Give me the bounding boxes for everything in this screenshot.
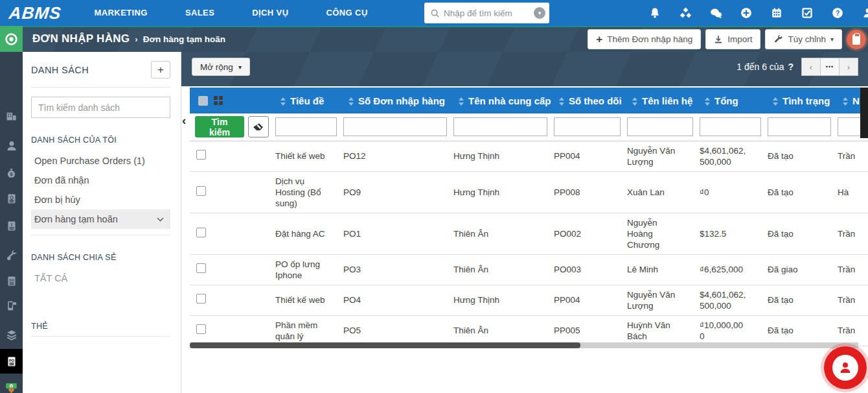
column-header-so-don-nhap-hang[interactable]: Số Đơn nhập hàng (343, 88, 453, 113)
column-header-tong[interactable]: Tổng (700, 88, 768, 113)
sort-icon (348, 97, 354, 106)
svg-text:PO: PO (8, 358, 14, 362)
sidebar-item-don-hang-tam-hoan[interactable]: Đơn hàng tạm hoãn (31, 209, 170, 229)
global-search-input[interactable] (444, 8, 534, 18)
table-row[interactable]: Dịch vụ Hosting (Bổ sung) PO9 Hưng Thịnh… (190, 171, 868, 213)
filter-row: Tìm kiếm (190, 113, 868, 141)
row-checkbox[interactable] (196, 294, 206, 304)
filter-input-ten-nha-cung-cap[interactable] (453, 117, 547, 136)
menu-dich-vu[interactable]: DỊCH VỤ (233, 0, 307, 26)
clipboard-icon (852, 34, 860, 45)
next-page-button[interactable]: › (839, 58, 858, 76)
sort-icon (843, 97, 848, 106)
contacts-icon[interactable] (0, 140, 23, 152)
menu-sales[interactable]: SALES (166, 0, 233, 26)
row-checkbox[interactable] (196, 150, 206, 160)
vertical-scrollbar[interactable] (860, 88, 868, 138)
filter-input-ten-lien-he[interactable] (627, 117, 693, 136)
profile-icon[interactable] (862, 6, 868, 19)
modules-icon[interactable] (679, 6, 692, 19)
invoices-icon[interactable]: I (0, 220, 23, 232)
purchase-orders-icon[interactable]: PO (0, 349, 23, 374)
sort-icon (773, 97, 778, 106)
prev-page-button[interactable]: ‹ (801, 58, 821, 76)
header-actions: + Thêm Đơn nhập hàng Import Tùy chỉnh ▾ (588, 29, 842, 49)
menu-marketing[interactable]: MARKETING (76, 0, 166, 26)
column-header-tieu-de[interactable]: Tiêu đề (275, 88, 343, 113)
chat-icon[interactable] (709, 6, 722, 19)
tasks-icon[interactable] (801, 6, 814, 19)
row-checkbox[interactable] (196, 263, 206, 273)
list-search-input[interactable] (31, 97, 170, 118)
table-row[interactable]: Đặt hàng AC PO1 Thiên Ân PO002 Nguyễn Ho… (190, 213, 868, 254)
sidebar-item-don-da-nhan[interactable]: Đơn đã nhận (31, 171, 170, 190)
horizontal-scrollbar[interactable] (190, 342, 858, 348)
row-checkbox[interactable] (196, 186, 206, 196)
filter-input-tieu-de[interactable] (275, 117, 337, 136)
import-button[interactable]: Import (705, 29, 760, 49)
pagination-total[interactable]: ? (788, 62, 794, 72)
module-target-icon[interactable] (0, 26, 23, 52)
list-sidebar: DANH SÁCH + DANH SÁCH CỦA TÔI Open Purch… (23, 52, 181, 393)
quotes-icon[interactable]: Q (0, 193, 23, 204)
sidebar-title: DANH SÁCH (31, 65, 89, 75)
chevron-down-icon: ▾ (830, 36, 834, 43)
expand-button[interactable]: Mở rộng ▾ (192, 58, 250, 76)
grid-view-icon[interactable] (214, 96, 223, 105)
filter-input-tinh-trang[interactable] (768, 117, 831, 136)
filter-input-tong[interactable] (700, 117, 761, 136)
sales-orders-icon[interactable]: SO (0, 276, 23, 287)
help-icon[interactable]: ? (831, 6, 844, 19)
calendar-icon[interactable] (770, 6, 783, 19)
page-title: ĐƠN NHẬP HÀNG (32, 32, 130, 45)
column-header-ten-nha-cung-cap[interactable]: Tên nhà cung cấp (453, 88, 554, 113)
support-contact-button[interactable] (824, 346, 867, 389)
quick-add-icon[interactable] (740, 6, 753, 19)
clear-filters-button[interactable] (248, 116, 269, 137)
sidebar-item-don-bi-huy[interactable]: Đơn bị hủy (31, 190, 170, 209)
products-icon[interactable] (0, 329, 23, 341)
top-nav: ABMS MARKETING SALES DỊCH VỤ CÔNG CỤ ▾ ? (0, 0, 868, 26)
add-list-button[interactable]: + (151, 61, 170, 78)
support-contact-inner (832, 355, 858, 381)
menu-cong-cu[interactable]: CÔNG CỤ (307, 0, 386, 26)
deals-icon[interactable]: $ (0, 168, 23, 179)
page-more-button[interactable]: ••• (820, 58, 839, 76)
breadcrumb-separator: › (135, 34, 137, 44)
row-checkbox[interactable] (196, 324, 206, 334)
sidebar-item-open-purchase-orders[interactable]: Open Purchase Orders (1) (31, 151, 170, 171)
onboarding-widget-button[interactable] (847, 30, 866, 49)
select-all-checkbox[interactable] (198, 96, 208, 106)
sidebar-collapse-handle[interactable]: ‹ (182, 113, 186, 128)
table-row[interactable]: Thiết kế web PO4 Hưng Thịnh PP004 Nguyễn… (190, 285, 868, 315)
breadcrumb-current: Đơn hàng tạm hoãn (143, 34, 225, 44)
svg-text:Q: Q (10, 195, 14, 200)
filter-input-so-theo-doi[interactable] (554, 117, 621, 136)
shared-lists-header: DANH SÁCH CHIA SẺ (31, 253, 170, 262)
table-row[interactable]: PO ốp lưng Iphone PO3 Thiên Ân PO003 Lê … (190, 254, 868, 285)
import-icon (714, 35, 723, 44)
company-icon[interactable] (0, 110, 23, 121)
main-menu: MARKETING SALES DỊCH VỤ CÔNG CỤ (76, 0, 387, 26)
commissions-icon[interactable]: $ (0, 381, 23, 393)
horizontal-scrollbar-thumb[interactable] (190, 342, 580, 348)
add-purchase-order-button[interactable]: + Thêm Đơn nhập hàng (588, 29, 701, 49)
sms-icon[interactable] (0, 300, 23, 311)
column-header-tinh-trang[interactable]: Tình trạng (768, 88, 838, 113)
bell-icon[interactable] (648, 6, 661, 19)
services-icon[interactable] (0, 250, 23, 261)
breadcrumb: ĐƠN NHẬP HÀNG › Đơn hàng tạm hoãn (32, 26, 225, 52)
column-header-so-theo-doi[interactable]: Số theo dõi (554, 88, 627, 113)
eraser-icon (252, 122, 264, 132)
table-row[interactable]: Phần mềm quản lý PO5 Thiên Ân PP005 Huỳn… (190, 315, 868, 346)
filter-input-so-don-nhap-hang[interactable] (343, 117, 447, 136)
table-search-button[interactable]: Tìm kiếm (195, 116, 244, 137)
column-header-ten-lien-he[interactable]: Tên liên hệ (627, 88, 700, 113)
customize-button[interactable]: Tùy chỉnh ▾ (765, 29, 842, 49)
abms-logo[interactable]: ABMS (8, 3, 62, 23)
sidebar-item-tat-ca[interactable]: TẤT CẢ (31, 268, 170, 288)
table-row[interactable]: Thiết kế web PO12 Hưng Thịnh PP004 Nguyễ… (190, 141, 868, 171)
search-scope-dropdown[interactable]: ▾ (534, 7, 545, 19)
global-search: ▾ (424, 3, 549, 23)
row-checkbox[interactable] (196, 228, 206, 237)
